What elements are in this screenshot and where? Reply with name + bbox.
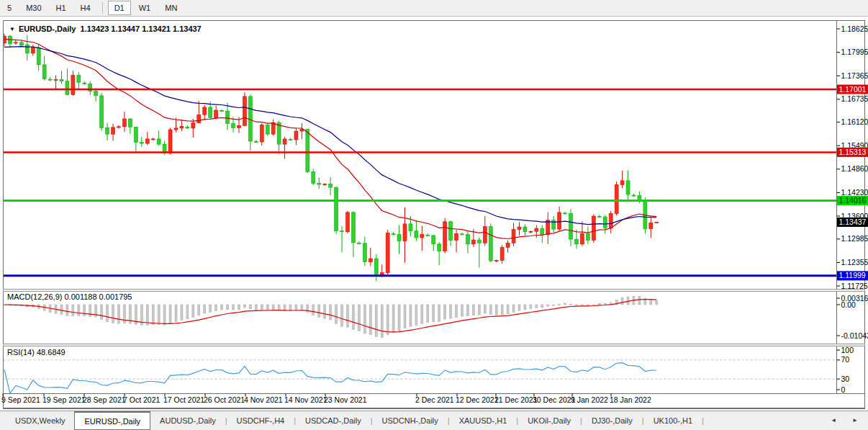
macd-histogram-bar — [427, 305, 429, 323]
chart-tab-ukoil-daily[interactable]: UKOil-,Daily — [518, 411, 580, 430]
macd-histogram-bar — [312, 305, 315, 315]
rsi-axis-label: 100 — [841, 346, 854, 354]
main-plot-area[interactable] — [4, 21, 836, 289]
macd-histogram-bar — [472, 305, 474, 315]
macd-histogram-bar — [152, 305, 154, 325]
macd-histogram-bar — [227, 305, 229, 310]
macd-panel-label: MACD(12,26,9) 0.001188 0.001795 — [7, 292, 132, 301]
macd-histogram-bar — [512, 305, 515, 312]
macd-histogram-bar — [118, 305, 120, 323]
macd-histogram-bar — [489, 305, 492, 315]
macd-histogram-bar — [221, 305, 223, 310]
ohlc-values: 1.13423 1.13447 1.13421 1.13437 — [81, 24, 202, 33]
macd-histogram-bar — [324, 305, 326, 318]
macd-histogram-bar — [278, 305, 280, 310]
macd-histogram-bar — [163, 305, 166, 325]
macd-histogram-bar — [559, 304, 561, 305]
rsi-axis-label: 70 — [841, 355, 850, 364]
macd-histogram-bar — [450, 305, 452, 318]
chart-tab-usdcnh-daily[interactable]: USDCNH-,Daily — [373, 411, 448, 430]
macd-histogram-bar — [530, 305, 532, 309]
macd-histogram-bar — [78, 305, 80, 315]
macd-histogram-bar — [484, 305, 486, 313]
macd-histogram-bar — [66, 305, 68, 316]
macd-histogram-bar — [604, 304, 606, 305]
macd-histogram-bar — [181, 305, 183, 321]
macd-histogram-bar — [650, 300, 652, 305]
macd-histogram-bar — [461, 305, 464, 316]
macd-histogram-bar — [495, 305, 497, 315]
macd-histogram-bar — [621, 297, 623, 305]
chart-tab-xauusd-h1[interactable]: XAUUSD-,H1 — [450, 411, 517, 430]
tab-bar: USDX,WeeklyEURUSD-,DailyAUDUSD-,Daily|US… — [0, 411, 868, 430]
macd-histogram-bar — [553, 305, 555, 306]
macd-histogram-bar — [456, 305, 458, 317]
macd-histogram-bar — [547, 305, 549, 306]
macd-histogram-bar — [295, 305, 297, 310]
macd-histogram-bar — [192, 305, 194, 318]
macd-histogram-bar — [518, 305, 520, 310]
macd-histogram-bar — [570, 304, 572, 305]
macd-histogram-bar — [358, 305, 360, 331]
macd-histogram-bar — [301, 305, 303, 310]
chart-tab-audusd-daily[interactable]: AUDUSD-,Daily — [150, 411, 225, 430]
macd-histogram-bar — [535, 305, 538, 308]
macd-axis-label: 0.00 — [841, 300, 856, 309]
macd-histogram-bar — [404, 305, 406, 328]
macd-histogram-bar — [318, 305, 320, 317]
macd-histogram-bar — [386, 305, 389, 335]
macd-histogram-bar — [249, 305, 251, 309]
macd-histogram-bar — [198, 305, 200, 315]
macd-histogram-bar — [330, 305, 332, 320]
macd-histogram-bar — [341, 305, 343, 326]
macd-histogram-bar — [627, 297, 629, 305]
chart-title[interactable]: ▼EURUSD-,Daily 1.13423 1.13447 1.13421 1… — [9, 24, 202, 33]
chart-tab-eurusd-daily[interactable]: EURUSD-,Daily — [74, 411, 150, 430]
macd-histogram-bar — [478, 305, 480, 315]
rsi-axis-label: 30 — [841, 375, 850, 383]
macd-histogram-bar — [581, 305, 583, 305]
macd-histogram-bar — [438, 305, 440, 321]
macd-histogram-bar — [656, 301, 658, 305]
macd-histogram-bar — [101, 305, 103, 320]
macd-histogram-bar — [421, 305, 423, 323]
chart-tab-usdchf-h4[interactable]: USDCHF-,H4 — [227, 411, 294, 430]
chart-canvas[interactable]: 1.186251.179951.173651.167351.161201.154… — [0, 0, 868, 411]
macd-histogram-bar — [347, 305, 349, 327]
macd-histogram-bar — [107, 305, 109, 322]
macd-histogram-bar — [186, 305, 189, 319]
chart-tab-usdx-weekly[interactable]: USDX,Weekly — [6, 411, 74, 430]
macd-histogram-bar — [466, 305, 469, 316]
chart-tab-uk100-h1[interactable]: UK100-,H1 — [644, 411, 702, 430]
rsi-axis-label: 0 — [841, 385, 846, 394]
macd-histogram-bar — [60, 305, 63, 314]
macd-histogram-bar — [215, 305, 217, 310]
macd-histogram-bar — [243, 305, 245, 308]
macd-histogram-bar — [284, 305, 286, 310]
chart-tab-usdcad-daily[interactable]: USDCAD-,Daily — [296, 411, 371, 430]
macd-histogram-bar — [524, 305, 526, 310]
macd-histogram-bar — [112, 305, 114, 323]
macd-histogram-bar — [507, 305, 509, 314]
macd-values: 0.001188 0.001795 — [64, 292, 132, 301]
chart-tab-dj30-daily[interactable]: DJ30-,Daily — [582, 411, 642, 430]
macd-histogram-bar — [398, 305, 400, 331]
macd-histogram-bar — [541, 305, 543, 308]
macd-name: MACD(12,26,9) — [7, 292, 62, 301]
macd-histogram-bar — [433, 305, 435, 322]
tab-scroll-right-icon[interactable]: ► — [852, 417, 858, 424]
macd-histogram-bar — [255, 305, 257, 310]
date-axis[interactable] — [4, 394, 836, 408]
macd-histogram-bar — [272, 305, 274, 310]
chart-dropdown-icon[interactable]: ▼ — [9, 26, 15, 32]
macd-histogram-bar — [410, 305, 412, 326]
tab-scroll-left-icon[interactable]: ◄ — [831, 417, 836, 424]
macd-histogram-bar — [158, 305, 160, 325]
macd-histogram-bar — [444, 305, 446, 319]
macd-histogram-bar — [175, 305, 177, 322]
macd-histogram-bar — [209, 305, 212, 312]
macd-histogram-bar — [415, 305, 417, 325]
macd-histogram-bar — [352, 305, 354, 329]
macd-histogram-bar — [576, 305, 578, 305]
macd-histogram-bar — [375, 305, 377, 336]
